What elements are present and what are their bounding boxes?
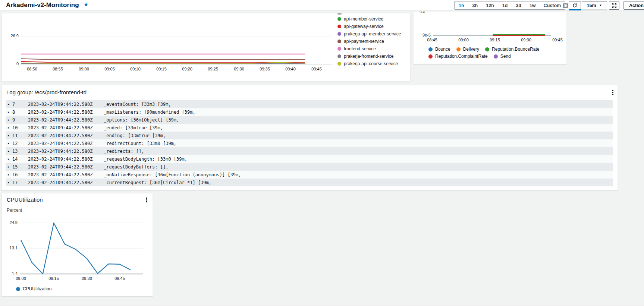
expand-row-icon[interactable]: ▶ <box>8 119 12 122</box>
legend-item-clipped <box>337 13 342 15</box>
time-range-12h[interactable]: 12h <box>482 3 498 8</box>
expand-row-icon[interactable]: ▶ <box>8 103 12 106</box>
expand-row-icon[interactable]: ▶ <box>8 150 12 153</box>
legend-item[interactable]: Reputation.ComplaintRate <box>428 54 488 59</box>
ses-legend: Bounce Delivery Reputation.BounceRate Re… <box>428 47 558 59</box>
legend-item[interactable]: frontend-service <box>337 45 376 53</box>
series-color-dot <box>337 17 341 21</box>
expand-row-icon[interactable]: ▶ <box>8 111 12 114</box>
refresh-interval-dropdown[interactable]: 15m ▼ <box>582 1 607 10</box>
x-tick-label: 09:25 <box>208 67 218 71</box>
time-range-3d[interactable]: 3d <box>512 3 525 8</box>
log-row[interactable]: ▶72023-02-24T09:44:22.580Z_eventsCount: … <box>6 100 613 108</box>
ses-chart-widget: 0.5 9e-5 08:45 09:00 09:15 09:30 09:45 B… <box>413 11 567 64</box>
x-tick-label: 09:45 <box>114 276 125 281</box>
x-tick-label: 09:00 <box>458 38 469 42</box>
x-tick-label: 09:20 <box>182 67 192 71</box>
legend-item[interactable]: api-gateway-service <box>337 23 384 30</box>
legend-item[interactable]: CPUUtilization <box>16 285 51 293</box>
actions-button[interactable]: Actions <box>623 1 644 10</box>
refresh-icon <box>572 3 578 8</box>
dashboard-title-caret-icon[interactable]: ▾ <box>77 3 79 7</box>
x-tick-label: 09:10 <box>130 67 141 71</box>
time-range-3h[interactable]: 3h <box>468 3 482 8</box>
log-row[interactable]: ▶112023-02-24T09:44:22.580Z_ending: [33m… <box>6 132 613 139</box>
legend-item[interactable]: api-payment-service <box>337 38 384 45</box>
log-row[interactable]: ▶152023-02-24T09:44:22.580Z_requestBodyB… <box>6 163 613 171</box>
x-tick-label: 09:45 <box>311 67 322 71</box>
series-color-dot <box>337 54 341 58</box>
fullscreen-icon <box>612 3 617 8</box>
log-rows: ▶72023-02-24T09:44:22.580Z_eventsCount: … <box>6 100 613 186</box>
refresh-button[interactable] <box>569 1 581 10</box>
log-row[interactable]: ▶132023-02-24T09:44:22.580Z_redirects: [… <box>6 147 613 155</box>
legend-item[interactable]: prakerja-frontend-service <box>337 53 393 60</box>
x-tick-label: 09:15 <box>48 276 59 281</box>
expand-row-icon[interactable]: ▶ <box>8 165 12 168</box>
x-tick-label: 09:05 <box>104 67 115 71</box>
dashboard-title: Arkademi-v2-Monitoring <box>6 1 79 9</box>
custom-range-label: Custom <box>544 3 561 8</box>
x-tick-label: 09:15 <box>156 67 167 71</box>
log-group-widget: Log group: /ecs/prod-frontend-td ▶72023-… <box>1 85 618 190</box>
expand-row-icon[interactable]: ▶ <box>8 181 12 184</box>
chevron-down-icon: ▼ <box>599 4 602 7</box>
refresh-progress-track <box>581 9 607 10</box>
x-tick-label: 08:50 <box>27 67 37 71</box>
favorite-star-icon[interactable]: ★ <box>84 1 88 8</box>
x-tick-label: 08:55 <box>53 67 63 71</box>
services-chart-widget: 26.9 0 08:50 08:55 09:00 09:05 09:10 09:… <box>1 13 411 82</box>
series-color-dot <box>428 47 433 51</box>
series-color-dot <box>337 62 341 66</box>
legend-item[interactable]: Bounce <box>428 47 450 52</box>
log-row[interactable]: ▶102023-02-24T09:44:22.580Z_ended: [33mt… <box>6 124 613 132</box>
fullscreen-button[interactable] <box>609 1 619 10</box>
series-color-dot <box>337 32 341 36</box>
series-color-dot <box>337 40 341 43</box>
x-tick-label: 09:30 <box>82 276 92 281</box>
legend-item[interactable]: Send <box>494 54 511 59</box>
series-color-dot <box>337 47 341 51</box>
legend-item[interactable]: Delivery <box>456 47 479 52</box>
x-tick-label: 09:40 <box>285 67 296 71</box>
y-axis-zero-label: 0 <box>2 61 19 66</box>
y-tick-label: 13.1 <box>2 246 18 250</box>
log-row[interactable]: ▶142023-02-24T09:44:22.580Z_requestBodyL… <box>6 155 613 163</box>
custom-range-button[interactable]: Custom <box>540 3 572 8</box>
expand-row-icon[interactable]: ▶ <box>8 173 12 176</box>
expand-row-icon[interactable]: ▶ <box>8 134 12 137</box>
x-tick-label: 09:35 <box>260 67 270 71</box>
legend-item[interactable]: api-member-service <box>337 15 383 23</box>
series-color-dot <box>337 25 341 28</box>
calendar-icon <box>563 3 568 8</box>
time-range-1d[interactable]: 1d <box>498 3 512 8</box>
series-color-dot <box>485 47 489 51</box>
x-tick-label: 09:30 <box>521 38 531 42</box>
expand-row-icon[interactable]: ▶ <box>8 126 12 129</box>
refresh-interval-value: 15m <box>587 3 596 8</box>
expand-row-icon[interactable]: ▶ <box>8 142 12 145</box>
y-tick-label: 24.9 <box>2 220 18 225</box>
log-row[interactable]: ▶82023-02-24T09:44:22.580Z_maxListeners:… <box>6 108 613 116</box>
legend-item[interactable]: prakerja-api-course-service <box>337 60 398 67</box>
x-tick-label: 09:00 <box>16 276 26 281</box>
y-axis-max-label: 26.9 <box>2 34 19 38</box>
time-range-control: 1h 3h 12h 1d 3d 1w Custom <box>454 1 565 10</box>
widget-menu-kebab-icon[interactable] <box>611 89 615 96</box>
legend-item[interactable]: Reputation.BounceRate <box>485 47 539 52</box>
expand-row-icon[interactable]: ▶ <box>8 158 12 161</box>
y-tick-label: 1.4 <box>2 271 18 276</box>
dashboard-header: Arkademi-v2-Monitoring ▾ ★ 1h 3h 12h 1d … <box>0 0 644 10</box>
x-tick-label: 09:45 <box>552 38 563 42</box>
cloudwatch-dashboard: { "app": { "title": "Arkademi-v2-Monitor… <box>0 0 644 306</box>
x-tick-label: 08:45 <box>427 38 437 42</box>
log-row[interactable]: ▶122023-02-24T09:44:22.580Z_redirectCoun… <box>6 139 613 147</box>
time-range-1w[interactable]: 1w <box>525 3 540 8</box>
log-row[interactable]: ▶162023-02-24T09:44:22.580Z_onNativeResp… <box>6 171 613 179</box>
time-range-1h[interactable]: 1h <box>455 3 468 8</box>
legend-item[interactable]: prakerja-api-member-service <box>337 30 401 38</box>
log-row[interactable]: ▶92023-02-24T09:44:22.580Z_options: [36m… <box>6 116 613 124</box>
log-row[interactable]: ▶172023-02-24T09:44:22.580Z_currentReque… <box>6 179 613 186</box>
actions-label: Actions <box>629 3 644 8</box>
series-color-dot <box>494 54 498 59</box>
